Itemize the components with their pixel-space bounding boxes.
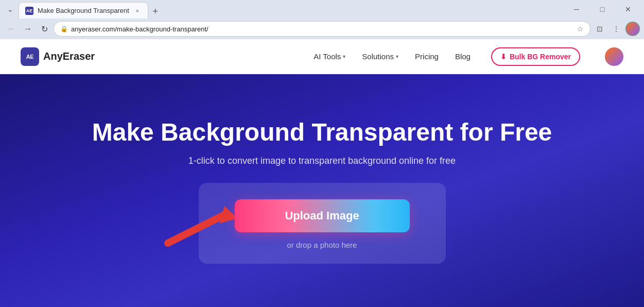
nav-pricing[interactable]: Pricing (415, 52, 439, 61)
window-controls: ─ □ ✕ (565, 1, 640, 18)
logo-icon: AE (21, 47, 39, 66)
title-bar-left: ⌄ AE Make Background Transparent × + (4, 0, 163, 19)
title-bar: ⌄ AE Make Background Transparent × + ─ □… (0, 0, 644, 19)
profile-avatar[interactable] (625, 22, 640, 36)
lock-icon: 🔒 (60, 25, 68, 32)
upload-image-button[interactable]: Upload Image (235, 199, 410, 232)
back-button[interactable]: ← (4, 22, 19, 36)
minimize-button[interactable]: ─ (565, 1, 588, 18)
bulk-bg-remover-button[interactable]: ⬇ Bulk BG Remover (491, 47, 580, 66)
forward-button[interactable]: → (21, 22, 35, 36)
address-bar-row: ← → ↻ 🔒 anyeraser.com/make-background-tr… (0, 19, 644, 39)
upload-box: Upload Image or drop a photo here (199, 183, 446, 264)
address-bar[interactable]: 🔒 anyeraser.com/make-background-transpar… (54, 21, 590, 37)
nav-ai-tools[interactable]: AI Tools ▾ (314, 52, 345, 61)
tab-favicon: AE (25, 7, 33, 15)
svg-line-0 (168, 215, 224, 243)
chevron-down-icon: ▾ (396, 54, 398, 59)
new-tab-button[interactable]: + (148, 4, 163, 19)
tab-title: Make Background Transparent (38, 7, 129, 14)
hero-subtitle: 1-click to convert image to transparent … (188, 156, 456, 166)
nav-blog[interactable]: Blog (455, 52, 471, 61)
refresh-button[interactable]: ↻ (37, 22, 51, 36)
user-avatar[interactable] (605, 47, 623, 66)
hero-title: Make Background Transparent for Free (92, 117, 552, 147)
address-text: anyeraser.com/make-background-transparen… (71, 25, 574, 33)
nav-links: AI Tools ▾ Solutions ▾ Pricing Blog ⬇ Bu… (314, 47, 623, 66)
tab-prev-button[interactable]: ⌄ (4, 3, 16, 15)
nav-solutions[interactable]: Solutions ▾ (362, 52, 398, 61)
website-content: AE AnyEraser AI Tools ▾ Solutions ▾ Pric… (0, 39, 644, 307)
maximize-button[interactable]: □ (590, 1, 614, 18)
browser-chrome: ⌄ AE Make Background Transparent × + ─ □… (0, 0, 644, 39)
extensions-button[interactable]: ⊡ (593, 22, 607, 36)
bookmark-icon: ☆ (577, 25, 584, 33)
address-bar-actions: ⊡ ⋮ (593, 22, 640, 36)
tab-close-button[interactable]: × (133, 7, 142, 15)
site-navigation: AE AnyEraser AI Tools ▾ Solutions ▾ Pric… (0, 39, 644, 74)
drop-text: or drop a photo here (287, 241, 357, 249)
brand-name: AnyEraser (43, 50, 95, 62)
logo[interactable]: AE AnyEraser (21, 47, 95, 66)
active-tab[interactable]: AE Make Background Transparent × (19, 2, 148, 19)
tab-group: AE Make Background Transparent × + (19, 0, 163, 19)
download-icon: ⬇ (500, 53, 507, 61)
close-button[interactable]: ✕ (616, 1, 640, 18)
hero-section: Make Background Transparent for Free 1-c… (0, 74, 644, 307)
browser-menu-button[interactable]: ⋮ (609, 22, 623, 36)
chevron-down-icon: ▾ (343, 54, 345, 59)
